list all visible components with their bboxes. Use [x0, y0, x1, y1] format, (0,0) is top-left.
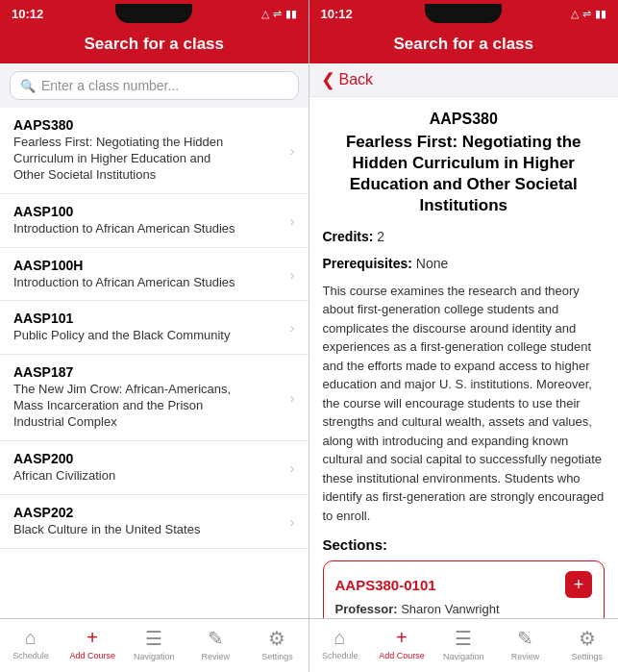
back-label: Back: [339, 71, 374, 88]
right-nav-header: Search for a class: [309, 27, 619, 63]
chevron-right-icon: ›: [290, 212, 295, 229]
right-header-title: Search for a class: [393, 35, 533, 53]
settings-icon-right: ⚙: [579, 627, 596, 650]
back-button[interactable]: ❮ Back: [309, 63, 619, 97]
review-icon-right: ✎: [517, 627, 533, 650]
detail-prerequisites: Prerequisites: None: [323, 255, 606, 274]
course-info: AASP200 African Civilization: [13, 451, 115, 485]
right-tab-add-course[interactable]: + Add Course: [378, 627, 426, 660]
right-tab-bar: ⌂ Schedule + Add Course ☰ Navigation ✎ R…: [309, 618, 619, 672]
left-panel: 10:12 △ ⇌ ▮▮ Search for a class 🔍 Enter …: [0, 0, 309, 672]
right-status-time: 10:12: [321, 7, 353, 21]
left-tab-settings[interactable]: ⚙ Settings: [253, 627, 301, 661]
left-tab-review[interactable]: ✎ Review: [191, 627, 239, 661]
navigation-icon: ☰: [145, 627, 162, 650]
course-name: Public Policy and the Black Community: [13, 328, 230, 344]
sections-label: Sections:: [323, 536, 606, 553]
detail-credits: Credits: 2: [323, 228, 606, 247]
course-list: AAPS380 Fearless First: Negotiating the …: [0, 108, 309, 618]
course-list-item[interactable]: AAPS380 Fearless First: Negotiating the …: [0, 108, 309, 194]
search-container: 🔍 Enter a class number...: [0, 63, 309, 108]
course-list-item[interactable]: AASP100H Introduction to African America…: [0, 248, 309, 302]
left-status-time: 10:12: [12, 7, 43, 21]
left-tab-schedule[interactable]: ⌂ Schedule: [7, 627, 55, 660]
course-list-item[interactable]: AASP187 The New Jim Crow: African-Americ…: [0, 355, 309, 441]
left-nav-header: Search for a class: [0, 27, 309, 63]
section-card-header: AAPS380-0101 +: [335, 571, 593, 598]
settings-icon: ⚙: [268, 627, 285, 650]
review-icon: ✎: [208, 627, 224, 650]
course-code: AASP100H: [13, 258, 235, 273]
detail-content: AAPS380 Fearless First: Negotiating the …: [309, 97, 619, 618]
right-tab-schedule[interactable]: ⌂ Schedule: [316, 627, 364, 660]
chevron-right-icon: ›: [290, 319, 295, 336]
search-icon: 🔍: [20, 79, 36, 93]
chevron-right-icon: ›: [290, 266, 295, 283]
right-status-bar: 10:12 △ ⇌ ▮▮: [309, 0, 619, 27]
course-name: African Civilization: [13, 468, 115, 485]
left-status-bar: 10:12 △ ⇌ ▮▮: [0, 0, 309, 27]
detail-course-name: Fearless First: Negotiating the Hidden C…: [323, 132, 606, 216]
right-tab-settings[interactable]: ⚙ Settings: [563, 627, 611, 661]
course-code: AAPS380: [13, 117, 244, 133]
course-info: AAPS380 Fearless First: Negotiating the …: [13, 117, 244, 184]
detail-course-code: AAPS380: [323, 111, 606, 128]
course-list-item[interactable]: AASP202 Black Culture in the United Stat…: [0, 495, 309, 549]
course-list-item[interactable]: AASP200 African Civilization ›: [0, 441, 309, 495]
left-tab-add-course[interactable]: + Add Course: [68, 627, 116, 660]
detail-description: This course examines the research and th…: [323, 282, 606, 526]
section-card: AAPS380-0101 + Professor: Sharon Vanwrig…: [323, 560, 606, 618]
add-course-icon-right: +: [396, 627, 408, 649]
chevron-right-icon: ›: [290, 389, 295, 406]
chevron-right-icon: ›: [290, 460, 295, 476]
right-tab-review[interactable]: ✎ Review: [502, 627, 550, 661]
chevron-right-icon: ›: [290, 513, 295, 530]
course-list-item[interactable]: AASP100 Introduction to African American…: [0, 194, 309, 248]
sections-container: AAPS380-0101 + Professor: Sharon Vanwrig…: [323, 560, 606, 618]
left-header-title: Search for a class: [84, 35, 224, 53]
navigation-icon-right: ☰: [455, 627, 472, 650]
section-code: AAPS380-0101: [335, 577, 436, 593]
home-icon: ⌂: [25, 627, 37, 649]
course-code: AASP187: [13, 364, 244, 380]
section-professor: Professor: Sharon Vanwright: [335, 602, 593, 616]
course-info: AASP187 The New Jim Crow: African-Americ…: [13, 364, 244, 431]
course-name: Black Culture in the United States: [13, 522, 200, 538]
course-name: Introduction to African American Studies: [13, 221, 235, 237]
course-name: Fearless First: Negotiating the Hidden C…: [13, 135, 244, 184]
course-info: AASP101 Public Policy and the Black Comm…: [13, 311, 230, 344]
right-status-icons: △ ⇌ ▮▮: [571, 8, 606, 20]
course-name: Introduction to African American Studies: [13, 275, 235, 291]
course-code: AASP200: [13, 451, 115, 466]
course-info: AASP202 Black Culture in the United Stat…: [13, 505, 200, 538]
course-code: AASP202: [13, 505, 200, 520]
home-icon-right: ⌂: [334, 627, 346, 649]
course-name: The New Jim Crow: African-Americans, Mas…: [13, 382, 244, 431]
course-code: AASP101: [13, 311, 230, 326]
left-status-icons: △ ⇌ ▮▮: [261, 8, 297, 20]
left-tab-navigation[interactable]: ☰ Navigation: [130, 627, 178, 661]
right-panel: 10:12 △ ⇌ ▮▮ Search for a class ❮ Back A…: [309, 0, 619, 672]
right-tab-navigation[interactable]: ☰ Navigation: [439, 627, 487, 661]
course-info: AASP100H Introduction to African America…: [13, 258, 235, 291]
course-info: AASP100 Introduction to African American…: [13, 204, 235, 237]
back-chevron-icon: ❮: [321, 69, 335, 90]
add-course-icon: +: [87, 627, 98, 649]
course-list-item[interactable]: AASP101 Public Policy and the Black Comm…: [0, 301, 309, 355]
search-input[interactable]: Enter a class number...: [41, 78, 179, 93]
section-add-button[interactable]: +: [565, 571, 592, 598]
search-bar[interactable]: 🔍 Enter a class number...: [10, 71, 299, 100]
course-code: AASP100: [13, 204, 235, 219]
chevron-right-icon: ›: [290, 142, 295, 159]
left-tab-bar: ⌂ Schedule + Add Course ☰ Navigation ✎ R…: [0, 618, 309, 672]
